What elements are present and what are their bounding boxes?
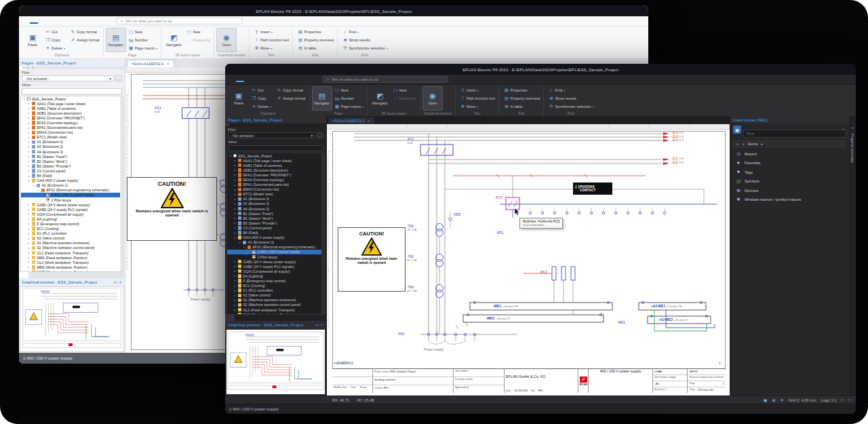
expander-icon[interactable] xyxy=(233,308,237,311)
expander-icon[interactable] xyxy=(233,202,237,206)
tree-item[interactable]: C2 (Control panel) xyxy=(227,225,324,230)
tree-item[interactable]: 2 Pilot lamps xyxy=(227,254,324,259)
menu-tab[interactable] xyxy=(301,77,309,82)
tree-item[interactable]: F (Emergency-stop control) xyxy=(21,221,123,226)
schematic-canvas[interactable]: Protected by copyright. Passing on as we… xyxy=(327,124,730,396)
expander-icon[interactable] xyxy=(37,189,40,192)
snap-icon[interactable]: ▣ xyxy=(764,398,768,402)
chevron-left-icon[interactable]: ◂ xyxy=(852,126,854,130)
expander-icon[interactable] xyxy=(27,261,31,264)
menu-tab[interactable] xyxy=(277,77,285,82)
tree-item[interactable]: ADB1 (Structure description) xyxy=(21,111,123,115)
tree-item[interactable]: K1 (PLC controller) xyxy=(21,231,123,236)
ribbon-button[interactable]: ⟳ Synchronize selection xyxy=(547,104,595,109)
tree-item[interactable]: 1 400 / 230 V power supply xyxy=(227,250,324,254)
tree-item[interactable]: K2 (Valve control) xyxy=(227,293,324,298)
tree-item[interactable]: AAA1 (Title page / cover sheet) xyxy=(21,101,123,106)
menu-tab[interactable] xyxy=(71,19,79,24)
tree-item[interactable]: EPA1 (Summarized parts list) xyxy=(227,182,324,187)
expander-icon[interactable] xyxy=(233,193,237,196)
insert-center-item[interactable]: ◷ Recent xyxy=(730,149,849,159)
expander-icon[interactable] xyxy=(233,173,237,176)
expander-icon[interactable] xyxy=(233,216,237,220)
ribbon-button[interactable]: № Number xyxy=(334,96,366,101)
expander-icon[interactable] xyxy=(27,116,31,119)
add-icon[interactable]: + xyxy=(742,142,744,146)
expander-icon[interactable] xyxy=(27,179,31,182)
property-overview-tab[interactable]: Property overview xyxy=(850,134,854,163)
expander-icon[interactable] xyxy=(27,107,31,110)
expander-icon[interactable] xyxy=(233,274,237,277)
expander-icon[interactable] xyxy=(233,188,237,191)
tree-item[interactable]: EC1 (Cooling) xyxy=(227,284,324,288)
insert-center-item[interactable]: ⊞ Devices xyxy=(730,186,849,195)
insert-center-filter-button[interactable]: ▦ xyxy=(733,126,741,134)
tree-item[interactable]: A2 (Enclosure 2) xyxy=(21,144,123,149)
tree-item[interactable]: B3 (Station "Provide") xyxy=(21,163,123,168)
expander-icon[interactable] xyxy=(27,222,31,225)
crosshair-icon[interactable]: ✛ xyxy=(780,398,783,402)
filter-more-button[interactable]: … xyxy=(317,132,323,138)
expander-icon[interactable] xyxy=(27,102,31,105)
expander-icon[interactable] xyxy=(229,154,232,157)
ribbon-button[interactable]: ▢ New xyxy=(391,88,418,93)
ribbon-button[interactable]: ▥ Property overview xyxy=(502,96,541,101)
zoom-out-icon[interactable]: ⌕ xyxy=(848,398,850,402)
tell-me-search[interactable]: ✧ Tell me what you want to do xyxy=(117,18,242,24)
tree-item[interactable]: EA (Lighting) xyxy=(21,216,123,221)
ribbon-big-button[interactable]: ◩ Navigator xyxy=(370,86,390,111)
ribbon-button[interactable]: ❐ Copy xyxy=(44,37,66,43)
expander-icon[interactable] xyxy=(233,212,237,215)
close-icon[interactable]: ✕ xyxy=(167,62,170,66)
expander-icon[interactable] xyxy=(233,265,237,268)
expander-icon[interactable] xyxy=(233,303,237,307)
ribbon-button[interactable]: ✜ Move xyxy=(459,104,497,109)
tree-item[interactable]: K1 (PLC controller) xyxy=(227,288,324,293)
tree-item[interactable]: AAB1 (Table of contents) xyxy=(227,163,324,168)
expander-icon[interactable] xyxy=(27,174,31,178)
expander-icon[interactable] xyxy=(27,246,31,250)
close-icon[interactable]: ✕ xyxy=(368,119,370,123)
tree-item[interactable]: GQA (Compressed air supply) xyxy=(227,269,324,273)
expander-icon[interactable] xyxy=(27,164,31,168)
tree-item[interactable]: GL2 (Work workpiece: Transport) xyxy=(21,260,123,265)
tree-item[interactable]: A2 (Enclosure 2) xyxy=(227,201,324,206)
expander-icon[interactable] xyxy=(238,241,241,244)
expander-icon[interactable] xyxy=(27,265,31,269)
tree-item[interactable]: C2 (Control panel) xyxy=(21,168,123,173)
tree-item[interactable]: EMA3 (Connection list) xyxy=(21,130,123,135)
ribbon-button[interactable]: T Insert xyxy=(253,30,291,35)
expander-icon[interactable] xyxy=(233,183,237,187)
tree-item[interactable]: K2 (Valve control) xyxy=(21,236,123,241)
ribbon-button[interactable]: ▤ Properties xyxy=(502,88,541,93)
ribbon-big-button[interactable]: ▤ Navigator xyxy=(312,86,332,111)
expander-icon[interactable] xyxy=(233,226,237,229)
ribbon-button[interactable]: ⊤ Path function text xyxy=(253,37,291,43)
menu-tab[interactable] xyxy=(285,77,293,82)
ribbon-button[interactable]: ▢ New xyxy=(127,29,159,35)
tree-scrollbar[interactable] xyxy=(321,153,324,314)
tree-item[interactable]: B3 (Station "Provide") xyxy=(227,220,324,225)
tree-item[interactable]: EC1 (Cooling) xyxy=(21,227,123,231)
ribbon-button[interactable]: ⊤ Path function text xyxy=(459,96,497,101)
tree-item[interactable]: GAA (400 V power supply) xyxy=(21,178,123,183)
expander-icon[interactable] xyxy=(233,279,237,282)
menu-tab[interactable] xyxy=(228,77,236,82)
home-icon[interactable]: ⌂ xyxy=(736,142,738,146)
tree-item[interactable]: GAB2 (24 V supply PLC signals) xyxy=(227,264,324,269)
expander-icon[interactable] xyxy=(27,217,31,220)
tree-item[interactable]: EFA2 (Overview "PROFINET") xyxy=(21,115,123,120)
expander-icon[interactable] xyxy=(233,231,237,235)
expander-icon[interactable] xyxy=(27,155,31,158)
ribbon-button[interactable]: ⌕ Find xyxy=(547,88,595,93)
ribbon-button[interactable]: ▢ New xyxy=(334,88,366,93)
menu-tab[interactable] xyxy=(244,77,252,82)
expander-icon[interactable] xyxy=(233,269,237,273)
menu-tab[interactable] xyxy=(46,19,54,24)
tree-item[interactable]: ADB1 (Structure description) xyxy=(227,168,324,172)
expander-icon[interactable] xyxy=(233,163,237,167)
expander-icon[interactable] xyxy=(27,121,31,125)
ribbon-button[interactable]: ▦ Page macro xyxy=(334,104,366,109)
expander-icon[interactable] xyxy=(27,227,31,231)
ribbon-button[interactable]: ✜ Move xyxy=(253,45,291,51)
